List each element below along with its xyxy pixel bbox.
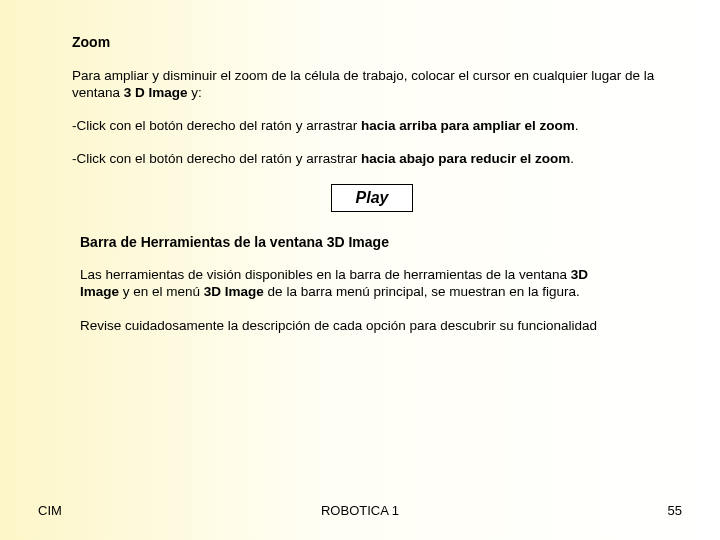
footer-page-number: 55	[668, 503, 682, 518]
text: y:	[188, 85, 202, 100]
zoom-intro: Para ampliar y disminuir el zoom de la c…	[72, 68, 672, 102]
text-bold: hacia abajo para reducir el zoom	[361, 151, 570, 166]
text-bold: 3 D Image	[124, 85, 188, 100]
play-button[interactable]: Play	[331, 184, 414, 212]
text: Las herramientas de visión disponibles e…	[80, 267, 571, 282]
play-row: Play	[72, 184, 672, 212]
text: -Click con el botón derecho del ratón y …	[72, 151, 361, 166]
text: y en el menú	[119, 284, 204, 299]
text: -Click con el botón derecho del ratón y …	[72, 118, 361, 133]
toolbar-p2: Revise cuidadosamente la descripción de …	[80, 317, 620, 335]
footer-center: ROBOTICA 1	[0, 503, 720, 518]
toolbar-p1: Las herramientas de visión disponibles e…	[80, 266, 620, 301]
slide: Zoom Para ampliar y disminuir el zoom de…	[0, 0, 720, 540]
toolbar-heading: Barra de Herramientas de la ventana 3D I…	[80, 234, 672, 250]
content-area: Zoom Para ampliar y disminuir el zoom de…	[72, 34, 672, 350]
text-bold: 3D Image	[204, 284, 264, 299]
text: .	[570, 151, 574, 166]
zoom-heading: Zoom	[72, 34, 672, 50]
zoom-line-up: -Click con el botón derecho del ratón y …	[72, 118, 672, 135]
text: de la barra menú principal, se muestran …	[264, 284, 580, 299]
zoom-line-down: -Click con el botón derecho del ratón y …	[72, 151, 672, 168]
text-bold: hacia arriba para ampliar el zoom	[361, 118, 575, 133]
text: .	[575, 118, 579, 133]
